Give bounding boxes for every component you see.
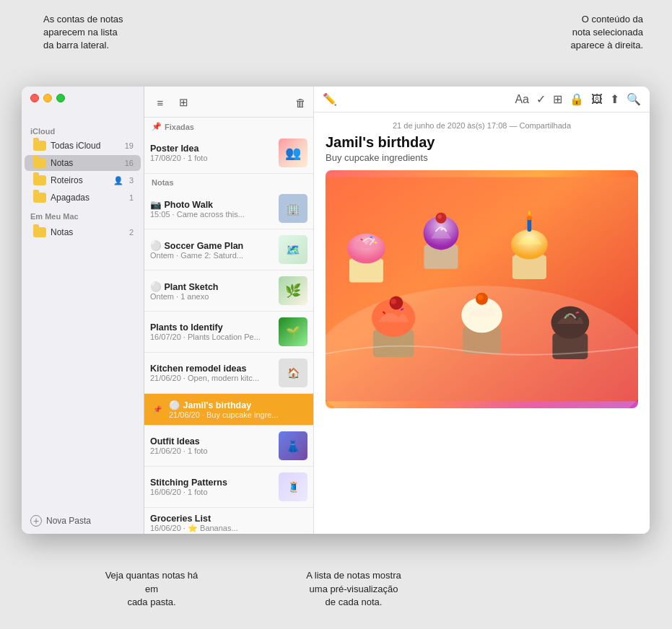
note-text-area: Kitchen remodel ideas 21/06/20 · Open, m… [150,364,274,382]
note-date: Ontem · Game 2: Saturd... [150,251,274,260]
note-detail-body: 21 de junho de 2020 às(s) 17:08 — Compar… [314,113,650,534]
photo-icon[interactable]: 🖼 [591,93,603,106]
sidebar-item-label: Todas iCloud [51,141,122,151]
new-folder-label: Nova Pasta [46,516,91,526]
svg-point-18 [390,299,396,304]
annotation-bl-line1: Veja quantas notas há em [105,570,198,594]
note-text-area: ⚪ Jamil's birthday 21/06/20 · Buy cupcak… [169,400,307,419]
note-item-kitchen[interactable]: Kitchen remodel ideas 21/06/20 · Open, m… [144,353,313,394]
table-icon[interactable]: ⊞ [553,92,562,106]
note-title: 📷 Photo Walk [150,199,274,210]
note-detail: ✏️ Aa ✓ ⊞ 🔒 🖼 ⬆ 🔍 21 de junho de 2020 às… [314,87,650,534]
folder-icon [33,193,46,203]
note-date: 21/06/20 · 1 foto [150,447,274,455]
note-text-area: Stitching Patterns 16/06/20 · 1 foto [150,478,274,496]
folder-icon [33,227,46,237]
new-folder-button[interactable]: + Nova Pasta [22,508,144,534]
note-title: ⚪ Jamil's birthday [169,400,307,410]
sidebar-item-roteiros[interactable]: Roteiros 👤 3 [25,172,141,188]
note-item-soccer[interactable]: ⚪ Soccer Game Plan Ontem · Game 2: Satur… [144,229,313,270]
search-icon[interactable]: 🔍 [627,92,641,106]
sidebar-item-label: Roteiros [51,175,113,185]
note-title: Stitching Patterns [150,478,274,488]
grid-view-button[interactable]: ⊞ [175,94,192,111]
sidebar-item-mac-notas[interactable]: Notas 2 [25,224,141,240]
notes-list: ≡ ⊞ 🗑 📌 Fixadas Poster Idea 17/08/20 · 1… [144,87,314,534]
plus-icon: + [30,515,42,527]
minimize-button[interactable] [43,94,52,102]
svg-point-10 [437,214,442,219]
icloud-section-label: iCloud [22,123,144,137]
cupcakes-svg [326,170,638,408]
list-view-button[interactable]: ≡ [152,94,169,111]
note-title: Kitchen remodel ideas [150,364,274,374]
note-title: Groceries List [150,514,307,524]
pin-badge: 📌 [150,403,165,417]
note-thumbnail: 🗺️ [279,235,307,264]
annotation-tl-line2: aparecem na lista [43,27,118,38]
note-date: 17/08/20 · 1 foto [150,154,274,162]
folder-icon [33,175,46,185]
note-text-area: Outfit Ideas 21/06/20 · 1 foto [150,436,274,455]
font-icon[interactable]: Aa [515,93,529,106]
note-thumbnail: 🌱 [279,317,307,346]
note-title: ⚪ Plant Sketch [150,281,274,292]
sidebar-item-label: Apagadas [51,193,126,203]
note-thumbnail: 🧵 [279,472,307,501]
annotation-bottom-left: Veja quantas notas há em cada pasta. [105,569,198,609]
note-text-area: Plants to Identify 16/07/20 · Plants Loc… [150,322,274,341]
annotation-tr-line1: O conteúdo da [582,14,643,25]
annotation-top-left: As contas de notas aparecem na lista da … [43,13,166,53]
note-item-outfit[interactable]: Outfit Ideas 21/06/20 · 1 foto 👗 [144,426,313,467]
note-item-plant-sketch[interactable]: ⚪ Plant Sketch Ontem · 1 anexo 🌿 [144,270,313,312]
annotation-tl-line3: da barra lateral. [43,40,109,50]
annotation-br-line1: A lista de notas mostra [306,570,401,581]
annotation-br-line3: de cada nota. [326,597,383,607]
pinned-section-label: 📌 Fixadas [144,118,313,133]
note-detail-subtitle: Buy cupcake ingredients [326,152,638,163]
note-date: 21/06/20 · Open, modern kitc... [150,374,274,382]
lock-icon[interactable]: 🔒 [570,92,584,106]
traffic-lights [30,94,65,102]
svg-point-24 [478,295,484,301]
note-item-photo-walk[interactable]: 📷 Photo Walk 15:05 · Came across this...… [144,188,313,229]
annotation-tr-line2: nota selecionada [572,27,643,38]
note-thumbnail: 👗 [279,431,307,460]
trash-button[interactable]: 🗑 [295,97,306,109]
annotation-tl-line1: As contas de notas [43,14,123,25]
note-title: Poster Idea [150,144,274,154]
note-text-area: Groceries List 16/06/20 · ⭐ Bananas... [150,514,307,533]
sidebar-count: 1 [129,193,134,202]
folder-icon [33,158,46,168]
sidebar: iCloud Todas iCloud 19 Notas 16 Roteiros… [22,87,144,534]
sidebar-count: 19 [125,141,134,150]
note-thumbnail: 🏢 [279,194,307,223]
notes-section-label: Notas [144,174,313,188]
note-detail-toolbar: ✏️ Aa ✓ ⊞ 🔒 🖼 ⬆ 🔍 [314,87,650,113]
annotation-tr-line3: aparece à direita. [571,40,643,50]
checkmark-icon[interactable]: ✓ [536,92,546,106]
note-text-area: ⚪ Soccer Game Plan Ontem · Game 2: Satur… [150,240,274,260]
annotation-br-line2: uma pré-visualização [310,584,398,594]
note-item-stitching[interactable]: Stitching Patterns 16/06/20 · 1 foto 🧵 [144,467,313,508]
note-title: Outfit Ideas [150,436,274,447]
close-button[interactable] [30,94,39,102]
note-item-plants-identify[interactable]: Plants to Identify 16/07/20 · Plants Loc… [144,312,313,353]
compose-icon[interactable]: ✏️ [323,92,337,106]
share-icon[interactable]: ⬆ [610,92,619,106]
sidebar-item-apagadas[interactable]: Apagadas 1 [25,190,141,206]
note-date: 21/06/20 · Buy cupcake ingre... [169,410,307,419]
sidebar-item-todas-icloud[interactable]: Todas iCloud 19 [25,138,141,154]
annotation-bottom-right: A lista de notas mostra uma pré-visualiz… [282,569,426,609]
note-item-groceries[interactable]: Groceries List 16/06/20 · ⭐ Bananas... [144,508,313,534]
sidebar-item-notas[interactable]: Notas 16 [25,155,141,171]
sidebar-count: 16 [125,159,134,167]
note-item-jamil-birthday[interactable]: 📌 ⚪ Jamil's birthday 21/06/20 · Buy cupc… [144,394,313,426]
sidebar-count: 3 [129,176,134,185]
note-date: 15:05 · Came across this... [150,210,274,219]
note-title: Plants to Identify [150,322,274,333]
maximize-button[interactable] [56,94,65,102]
note-text-area: ⚪ Plant Sketch Ontem · 1 anexo [150,281,274,301]
note-detail-title: Jamil's birthday [326,134,638,151]
note-item-poster-idea[interactable]: Poster Idea 17/08/20 · 1 foto 👥 [144,133,313,174]
